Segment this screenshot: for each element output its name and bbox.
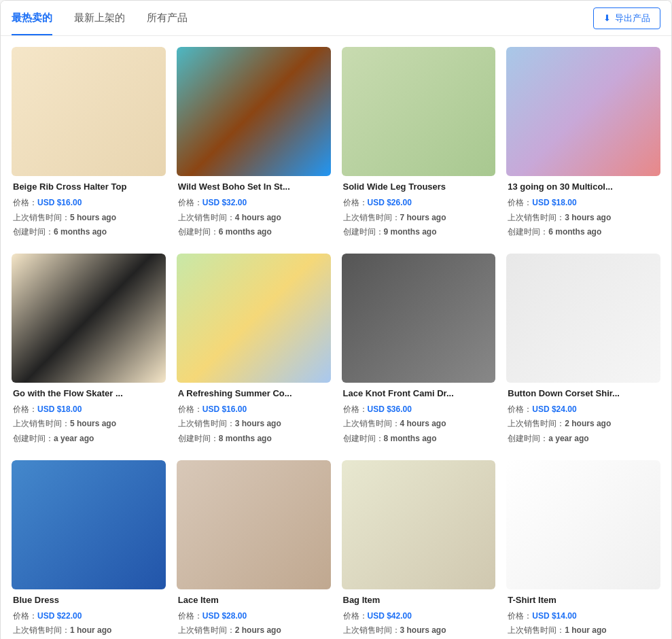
- last-sold-value: 4 hours ago: [235, 213, 281, 222]
- product-card[interactable]: T-Shirt Item 价格：USD $14.00 上次销售时间：1 hour…: [506, 460, 660, 639]
- export-button[interactable]: ⬇ 导出产品: [593, 7, 660, 29]
- created-label: 创建时间：: [343, 227, 384, 237]
- product-price: USD $14.00: [532, 611, 576, 621]
- last-sold-label: 上次销售时间：: [178, 213, 235, 222]
- product-title: Button Down Corset Shir...: [508, 388, 659, 398]
- last-sold-value: 1 hour ago: [70, 625, 111, 635]
- product-card[interactable]: A Refreshing Summer Co... 价格：USD $16.00 …: [177, 254, 331, 449]
- product-card[interactable]: Blue Dress 价格：USD $22.00 上次销售时间：1 hour a…: [12, 460, 166, 639]
- product-title: 13 going on 30 Multicol...: [508, 182, 659, 192]
- product-title: Go with the Flow Skater ...: [13, 388, 164, 398]
- product-price: USD $18.00: [532, 198, 576, 207]
- product-image: [342, 254, 496, 383]
- app-container: 最热卖的 最新上架的 所有产品 ⬇ 导出产品 Beige Rib Cross H…: [0, 0, 672, 639]
- export-label: 导出产品: [615, 12, 650, 24]
- price-label: 价格：: [13, 611, 37, 621]
- product-meta: 价格：USD $24.00 上次销售时间：2 hours ago 创建时间：a …: [508, 402, 659, 447]
- product-info: Blue Dress 价格：USD $22.00 上次销售时间：1 hour a…: [12, 589, 166, 639]
- created-value: 8 months ago: [384, 434, 437, 443]
- last-sold-value: 2 hours ago: [235, 625, 281, 635]
- product-info: A Refreshing Summer Co... 价格：USD $16.00 …: [177, 383, 331, 449]
- product-title: Beige Rib Cross Halter Top: [13, 182, 164, 192]
- product-info: Solid Wide Leg Trousers 价格：USD $26.00 上次…: [342, 176, 496, 243]
- product-title: Bag Item: [343, 595, 495, 605]
- product-image: [177, 47, 331, 176]
- product-meta: 价格：USD $22.00 上次销售时间：1 hour ago 创建时间：a y…: [13, 609, 164, 639]
- product-price: USD $24.00: [532, 404, 576, 414]
- product-image: [12, 460, 166, 589]
- product-card[interactable]: 13 going on 30 Multicol... 价格：USD $18.00…: [506, 47, 660, 243]
- last-sold-value: 4 hours ago: [400, 419, 446, 428]
- last-sold-label: 上次销售时间：: [13, 419, 70, 428]
- product-price: USD $36.00: [368, 404, 412, 414]
- product-meta: 价格：USD $26.00 上次销售时间：7 hours ago 创建时间：9 …: [343, 196, 495, 240]
- price-label: 价格：: [343, 198, 368, 207]
- price-label: 价格：: [178, 198, 202, 207]
- product-price: USD $26.00: [368, 198, 412, 207]
- tab-newest[interactable]: 最新上架的: [74, 1, 125, 35]
- product-meta: 价格：USD $36.00 上次销售时间：4 hours ago 创建时间：8 …: [343, 402, 495, 447]
- product-info: Lace Knot Front Cami Dr... 价格：USD $36.00…: [342, 383, 496, 449]
- product-card[interactable]: Solid Wide Leg Trousers 价格：USD $26.00 上次…: [342, 47, 496, 243]
- products-grid: Beige Rib Cross Halter Top 价格：USD $16.00…: [12, 47, 660, 639]
- product-card[interactable]: Lace Item 价格：USD $28.00 上次销售时间：2 hours a…: [177, 460, 331, 639]
- last-sold-label: 上次销售时间：: [508, 625, 565, 635]
- created-value: 6 months ago: [54, 227, 107, 237]
- last-sold-value: 3 hours ago: [400, 625, 446, 635]
- product-info: Lace Item 价格：USD $28.00 上次销售时间：2 hours a…: [177, 589, 331, 639]
- price-label: 价格：: [508, 198, 532, 207]
- download-icon: ⬇: [603, 13, 611, 23]
- product-meta: 价格：USD $42.00 上次销售时间：3 hours ago 创建时间：8 …: [343, 609, 495, 639]
- created-value: 9 months ago: [384, 227, 437, 237]
- product-card[interactable]: Wild West Boho Set In St... 价格：USD $32.0…: [177, 47, 331, 243]
- product-image: [342, 47, 496, 176]
- created-label: 创建时间：: [343, 434, 384, 443]
- product-image: [177, 460, 331, 589]
- last-sold-label: 上次销售时间：: [343, 419, 400, 428]
- product-info: Go with the Flow Skater ... 价格：USD $18.0…: [12, 383, 166, 449]
- created-label: 创建时间：: [508, 227, 548, 237]
- last-sold-value: 3 hours ago: [235, 419, 281, 428]
- last-sold-value: 2 hours ago: [565, 419, 611, 428]
- product-title: Lace Item: [178, 595, 330, 605]
- product-title: Wild West Boho Set In St...: [178, 182, 330, 192]
- created-label: 创建时间：: [508, 434, 548, 443]
- last-sold-label: 上次销售时间：: [13, 213, 70, 222]
- product-price: USD $18.00: [37, 404, 82, 414]
- product-image: [177, 254, 331, 383]
- product-title: Lace Knot Front Cami Dr...: [343, 388, 495, 398]
- last-sold-label: 上次销售时间：: [508, 213, 565, 222]
- tab-all-products[interactable]: 所有产品: [147, 1, 188, 35]
- product-card[interactable]: Bag Item 价格：USD $42.00 上次销售时间：3 hours ag…: [342, 460, 496, 639]
- created-value: a year ago: [54, 434, 94, 443]
- tabs-left: 最热卖的 最新上架的 所有产品: [12, 1, 188, 35]
- last-sold-value: 5 hours ago: [70, 213, 116, 222]
- product-meta: 价格：USD $32.00 上次销售时间：4 hours ago 创建时间：6 …: [178, 196, 330, 240]
- product-image: [506, 460, 660, 589]
- product-info: T-Shirt Item 价格：USD $14.00 上次销售时间：1 hour…: [506, 589, 660, 639]
- product-card[interactable]: Go with the Flow Skater ... 价格：USD $18.0…: [12, 254, 166, 449]
- last-sold-value: 1 hour ago: [565, 625, 606, 635]
- product-card[interactable]: Beige Rib Cross Halter Top 价格：USD $16.00…: [12, 47, 166, 243]
- product-info: Button Down Corset Shir... 价格：USD $24.00…: [506, 383, 660, 449]
- product-info: Beige Rib Cross Halter Top 价格：USD $16.00…: [12, 176, 166, 243]
- product-title: Blue Dress: [13, 595, 164, 605]
- last-sold-label: 上次销售时间：: [343, 213, 400, 222]
- price-label: 价格：: [508, 404, 532, 414]
- product-title: T-Shirt Item: [508, 595, 659, 605]
- product-card[interactable]: Lace Knot Front Cami Dr... 价格：USD $36.00…: [342, 254, 496, 449]
- product-price: USD $42.00: [368, 611, 412, 621]
- products-area: Beige Rib Cross Halter Top 价格：USD $16.00…: [1, 36, 671, 639]
- created-value: 8 months ago: [219, 434, 272, 443]
- price-label: 价格：: [178, 611, 202, 621]
- price-label: 价格：: [508, 611, 532, 621]
- tabs-bar: 最热卖的 最新上架的 所有产品 ⬇ 导出产品: [1, 1, 671, 36]
- created-value: 6 months ago: [548, 227, 601, 237]
- product-price: USD $16.00: [37, 198, 82, 207]
- last-sold-label: 上次销售时间：: [508, 419, 565, 428]
- price-label: 价格：: [343, 404, 368, 414]
- product-price: USD $28.00: [202, 611, 247, 621]
- product-card[interactable]: Button Down Corset Shir... 价格：USD $24.00…: [506, 254, 660, 449]
- created-label: 创建时间：: [178, 434, 219, 443]
- tab-best-selling[interactable]: 最热卖的: [12, 1, 52, 35]
